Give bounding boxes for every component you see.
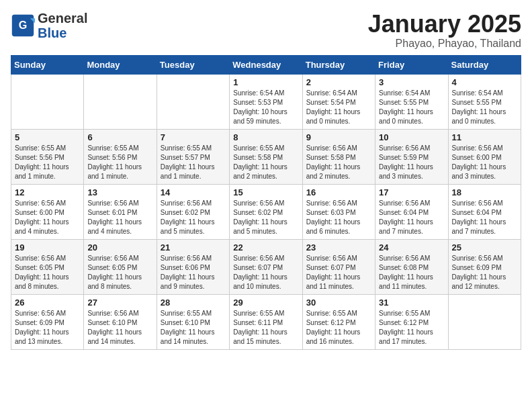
logo: G General Blue (11, 11, 87, 40)
day-info: Sunrise: 6:56 AM Sunset: 6:00 PM Dayligh… (15, 199, 80, 236)
day-number: 24 (379, 242, 444, 253)
calendar-cell: 6Sunrise: 6:55 AM Sunset: 5:56 PM Daylig… (84, 129, 157, 184)
day-number: 10 (379, 132, 444, 142)
calendar-cell: 19Sunrise: 6:56 AM Sunset: 6:05 PM Dayli… (11, 239, 84, 294)
day-number: 12 (15, 187, 80, 197)
day-number: 27 (87, 298, 152, 308)
weekday-header-tuesday: Tuesday (157, 55, 229, 74)
calendar-week-2: 5Sunrise: 6:55 AM Sunset: 5:56 PM Daylig… (11, 129, 521, 184)
day-info: Sunrise: 6:54 AM Sunset: 5:53 PM Dayligh… (233, 89, 298, 126)
day-number: 23 (306, 242, 371, 253)
day-number: 26 (15, 298, 80, 308)
weekday-header-sunday: Sunday (11, 55, 84, 74)
calendar-cell: 27Sunrise: 6:56 AM Sunset: 6:10 PM Dayli… (84, 294, 157, 349)
day-number: 19 (15, 242, 80, 253)
day-number: 22 (233, 242, 298, 253)
calendar-cell: 8Sunrise: 6:55 AM Sunset: 5:58 PM Daylig… (230, 129, 302, 184)
day-info: Sunrise: 6:56 AM Sunset: 5:58 PM Dayligh… (306, 144, 371, 181)
calendar-cell: 7Sunrise: 6:55 AM Sunset: 5:57 PM Daylig… (157, 129, 229, 184)
calendar-cell: 14Sunrise: 6:56 AM Sunset: 6:02 PM Dayli… (157, 184, 229, 239)
calendar-cell: 20Sunrise: 6:56 AM Sunset: 6:05 PM Dayli… (84, 239, 157, 294)
day-number: 14 (161, 187, 226, 197)
weekday-header-friday: Friday (375, 55, 448, 74)
day-number: 18 (452, 187, 517, 197)
day-info: Sunrise: 6:55 AM Sunset: 5:56 PM Dayligh… (15, 144, 80, 181)
calendar-cell: 15Sunrise: 6:56 AM Sunset: 6:02 PM Dayli… (230, 184, 302, 239)
day-info: Sunrise: 6:56 AM Sunset: 6:02 PM Dayligh… (233, 199, 298, 236)
calendar-cell: 2Sunrise: 6:54 AM Sunset: 5:54 PM Daylig… (302, 74, 375, 129)
day-number: 2 (306, 77, 371, 87)
day-info: Sunrise: 6:55 AM Sunset: 6:11 PM Dayligh… (233, 309, 298, 347)
calendar-cell: 11Sunrise: 6:56 AM Sunset: 6:00 PM Dayli… (448, 129, 521, 184)
day-number: 6 (87, 132, 152, 142)
day-number: 25 (452, 242, 517, 253)
day-number: 20 (87, 242, 152, 253)
day-number: 16 (306, 187, 371, 197)
calendar-cell: 23Sunrise: 6:56 AM Sunset: 6:07 PM Dayli… (302, 239, 375, 294)
day-number: 31 (379, 298, 444, 308)
day-number: 7 (161, 132, 226, 142)
day-number: 5 (15, 132, 80, 142)
calendar-cell: 9Sunrise: 6:56 AM Sunset: 5:58 PM Daylig… (302, 129, 375, 184)
calendar-cell (157, 74, 229, 129)
calendar-cell: 12Sunrise: 6:56 AM Sunset: 6:00 PM Dayli… (11, 184, 84, 239)
day-info: Sunrise: 6:56 AM Sunset: 6:09 PM Dayligh… (15, 309, 80, 347)
calendar-cell: 17Sunrise: 6:56 AM Sunset: 6:04 PM Dayli… (375, 184, 448, 239)
calendar-cell: 25Sunrise: 6:56 AM Sunset: 6:09 PM Dayli… (448, 239, 521, 294)
calendar-cell: 29Sunrise: 6:55 AM Sunset: 6:11 PM Dayli… (230, 294, 302, 349)
day-number: 29 (233, 298, 298, 308)
day-number: 15 (233, 187, 298, 197)
weekday-header-wednesday: Wednesday (230, 55, 302, 74)
day-number: 3 (379, 77, 444, 87)
day-info: Sunrise: 6:56 AM Sunset: 6:10 PM Dayligh… (87, 309, 152, 347)
calendar-week-1: 1Sunrise: 6:54 AM Sunset: 5:53 PM Daylig… (11, 74, 521, 129)
month-title: January 2025 (368, 11, 521, 38)
day-info: Sunrise: 6:56 AM Sunset: 6:04 PM Dayligh… (379, 199, 444, 236)
calendar-cell (11, 74, 84, 129)
calendar-cell: 18Sunrise: 6:56 AM Sunset: 6:04 PM Dayli… (448, 184, 521, 239)
page-header: G General Blue January 2025 Phayao, Phay… (11, 11, 521, 50)
day-number: 9 (306, 132, 371, 142)
calendar-cell: 1Sunrise: 6:54 AM Sunset: 5:53 PM Daylig… (230, 74, 302, 129)
day-number: 4 (452, 77, 517, 87)
day-number: 21 (161, 242, 226, 253)
calendar-cell: 21Sunrise: 6:56 AM Sunset: 6:06 PM Dayli… (157, 239, 229, 294)
day-info: Sunrise: 6:56 AM Sunset: 6:08 PM Dayligh… (379, 254, 444, 291)
calendar-week-5: 26Sunrise: 6:56 AM Sunset: 6:09 PM Dayli… (11, 294, 521, 349)
day-info: Sunrise: 6:55 AM Sunset: 6:12 PM Dayligh… (306, 309, 371, 347)
day-info: Sunrise: 6:55 AM Sunset: 6:12 PM Dayligh… (379, 309, 444, 347)
day-info: Sunrise: 6:54 AM Sunset: 5:54 PM Dayligh… (306, 89, 371, 126)
weekday-header-monday: Monday (84, 55, 157, 74)
calendar-cell: 26Sunrise: 6:56 AM Sunset: 6:09 PM Dayli… (11, 294, 84, 349)
day-info: Sunrise: 6:56 AM Sunset: 6:00 PM Dayligh… (452, 144, 517, 181)
day-number: 28 (161, 298, 226, 308)
day-info: Sunrise: 6:56 AM Sunset: 6:02 PM Dayligh… (161, 199, 226, 236)
day-info: Sunrise: 6:56 AM Sunset: 5:59 PM Dayligh… (379, 144, 444, 181)
logo-icon: G (11, 13, 35, 38)
calendar-cell: 4Sunrise: 6:54 AM Sunset: 5:55 PM Daylig… (448, 74, 521, 129)
calendar-cell: 28Sunrise: 6:55 AM Sunset: 6:10 PM Dayli… (157, 294, 229, 349)
calendar-cell: 16Sunrise: 6:56 AM Sunset: 6:03 PM Dayli… (302, 184, 375, 239)
calendar-cell (448, 294, 521, 349)
calendar-cell: 5Sunrise: 6:55 AM Sunset: 5:56 PM Daylig… (11, 129, 84, 184)
logo-text: General Blue (38, 11, 87, 40)
day-info: Sunrise: 6:56 AM Sunset: 6:07 PM Dayligh… (306, 254, 371, 291)
calendar-cell: 30Sunrise: 6:55 AM Sunset: 6:12 PM Dayli… (302, 294, 375, 349)
day-info: Sunrise: 6:55 AM Sunset: 6:10 PM Dayligh… (161, 309, 226, 347)
calendar-cell: 13Sunrise: 6:56 AM Sunset: 6:01 PM Dayli… (84, 184, 157, 239)
day-number: 8 (233, 132, 298, 142)
day-info: Sunrise: 6:56 AM Sunset: 6:01 PM Dayligh… (87, 199, 152, 236)
day-info: Sunrise: 6:56 AM Sunset: 6:09 PM Dayligh… (452, 254, 517, 291)
calendar-table: SundayMondayTuesdayWednesdayThursdayFrid… (11, 55, 521, 350)
svg-text:G: G (19, 19, 28, 31)
day-number: 13 (87, 187, 152, 197)
day-info: Sunrise: 6:56 AM Sunset: 6:03 PM Dayligh… (306, 199, 371, 236)
calendar-cell (84, 74, 157, 129)
day-info: Sunrise: 6:55 AM Sunset: 5:57 PM Dayligh… (161, 144, 226, 181)
day-number: 11 (452, 132, 517, 142)
calendar-week-4: 19Sunrise: 6:56 AM Sunset: 6:05 PM Dayli… (11, 239, 521, 294)
location-subtitle: Phayao, Phayao, Thailand (368, 38, 521, 50)
weekday-header-saturday: Saturday (448, 55, 521, 74)
day-info: Sunrise: 6:56 AM Sunset: 6:05 PM Dayligh… (87, 254, 152, 291)
calendar-cell: 22Sunrise: 6:56 AM Sunset: 6:07 PM Dayli… (230, 239, 302, 294)
